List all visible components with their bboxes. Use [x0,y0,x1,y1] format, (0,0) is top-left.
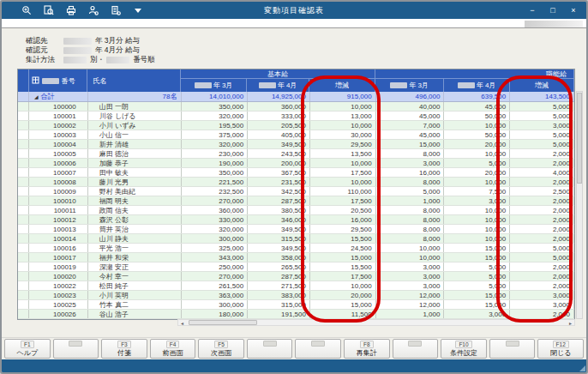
cell-value: 17,500 [310,272,376,280]
cell-value: 315,000 [248,300,310,309]
table-row[interactable]: 100011政岡 信夫360,000380,50020,5008,00010,0… [18,206,574,215]
cell-value: 200,000 [248,159,310,167]
function-key-label: ヘルプ [17,348,39,358]
cell-value: 13,000 [310,112,376,120]
row-selector-cell [18,244,29,252]
cell-value: 29,500 [310,225,376,233]
cell-value: 7,000 [376,121,445,130]
cell-employee-name: 小川 英明 [88,291,183,299]
function-key-f1-button[interactable]: F1ヘルプ [4,339,51,359]
table-row[interactable]: 100006加藤 恭子190,000200,00010,0003,0005,00… [18,159,574,168]
resize-grip[interactable] [579,365,585,371]
cell-value: 40,000 [376,102,445,111]
function-key-f8-button[interactable]: F8再集計 [344,339,390,359]
table-row[interactable]: 100013筒井 英治320,000349,50029,5008,00010,0… [18,225,574,234]
function-key-blank [489,339,536,359]
table-row[interactable]: 100022松田 純子261,500271,50010,0003,0005,00… [18,281,574,291]
cell-value: 3,000 [510,121,574,130]
table-row[interactable]: 100007田中 敏夫350,000367,50017,50016,00020,… [18,168,574,178]
total-row[interactable]: ◢合計78名14,010,00014,925,000915,000496,000… [18,92,574,102]
function-key-f12-button[interactable]: F12閉じる [537,339,584,359]
window-controls: − □ × [523,2,583,19]
table-row[interactable]: 100005麻田 徳治230,000243,50013,5008,00010,0… [18,149,574,159]
function-key-f10-button[interactable]: F10条件設定 [441,339,487,359]
vertical-scrollbar[interactable] [576,91,583,319]
scroll-right-arrow-icon[interactable]: ▸ [567,319,574,326]
group-header-basic-pay: 基本給 [181,69,375,78]
function-key-label: 条件設定 [450,348,477,358]
redacted-value [63,47,92,54]
cell-value: 20,000 [444,140,510,148]
function-key-chip: F1 [21,341,34,348]
form-label: 集計方法 [26,55,63,65]
cell-value: 110,000 [310,187,376,196]
table-row[interactable]: 100008藤川 光男221,500231,50010,0008,00010,0… [18,178,574,187]
horizontal-scrollbar[interactable]: ◂ ▸ [177,319,575,326]
table-row[interactable]: 100000山田 一朗350,000360,00010,00040,00045,… [18,102,574,112]
minimize-button[interactable]: − [523,4,542,17]
table-row[interactable]: 100016平光 浩一325,000349,50024,50010,00015,… [18,244,574,253]
table-row[interactable]: 100020今村 幸一270,000287,50017,5003,0005,00… [18,272,574,281]
close-button[interactable]: × [564,4,583,17]
column-header: 年 3月 [375,79,444,92]
cell-employee-name: 深瀬 安正 [88,262,183,271]
vertical-scrollbar-thumb[interactable] [577,93,582,184]
table-row[interactable]: 100001川谷 しげる320,000333,00013,00045,00050… [18,112,574,121]
table-row[interactable]: 100004新井 清雄320,000349,50029,50015,00020,… [18,140,574,149]
table-row[interactable]: 100003小山 信一375,000405,00030,00045,00050,… [18,130,574,140]
scroll-left-arrow-icon[interactable]: ◂ [178,319,186,326]
cell-employee-number: 100011 [29,206,88,214]
function-key-blank [295,339,341,359]
function-key-f4-button[interactable]: F4前画面 [150,339,196,359]
cell-employee-name: 今村 幸一 [88,272,183,280]
table-row[interactable]: 100010福岡 明夫270,000287,50017,5001,0003,00… [18,196,574,206]
number-column-header: 番号 [29,69,87,92]
function-key-label: 付箋 [117,348,131,358]
cell-value: 250,000 [182,262,248,271]
table-row[interactable]: 100017福井 和栄343,000358,00015,00010,00015,… [18,253,574,262]
function-key-f3-button[interactable]: F3付箋 [101,339,147,359]
cell-employee-number: 100007 [29,168,88,177]
function-key-chip: F5 [214,341,228,348]
cell-employee-name: 新井 清雄 [88,140,183,148]
total-value-cell: 14,925,000 [248,92,310,101]
total-label-cell: ◢合計 [29,92,88,101]
cell-value: 45,000 [376,130,445,139]
cell-value: 3,000 [376,272,445,280]
table-row[interactable]: 100019深瀬 安正250,000265,50015,5003,0005,00… [18,262,574,272]
cell-value: 10,000 [444,215,510,224]
cell-value: 7,500 [444,187,510,196]
cell-employee-number: 100009 [29,187,88,196]
table-row[interactable]: 100002小川 いずみ195,500205,50010,0007,00010,… [18,121,574,130]
table-row[interactable]: 100023小川 英明363,000383,00020,00012,00015,… [18,291,574,300]
form-value: 別・ [90,55,105,65]
cell-value: 1,000 [376,310,445,318]
cell-value: 13,500 [310,149,376,158]
cell-value: 17,500 [310,196,376,205]
table-row[interactable]: 100009野村 美由紀232,500342,500110,0005,0007,… [18,187,574,196]
cell-value: 5,000 [444,159,510,167]
table-row[interactable]: 100026谷山 浩子180,000191,50011,5001,0003,00… [18,310,574,319]
cell-employee-number: 100023 [29,291,88,299]
cell-value: 3,000 [376,159,445,167]
cell-value: 333,000 [248,112,310,120]
cell-value: 325,000 [182,244,248,252]
table-row[interactable]: 100025竹本 真二300,000315,00015,00012,00015,… [18,300,574,310]
cell-value: 5,000 [444,281,510,290]
cell-value: 15,500 [310,262,376,271]
cell-value: 358,000 [248,253,310,262]
redacted-value [106,57,129,63]
maximize-button[interactable]: □ [543,4,562,17]
collapse-marker-icon[interactable]: ◢ [34,94,39,100]
redacted-company-name [525,21,583,27]
grid-header: 番号 氏名 基本給 職能給 年 3月年 4月増減年 3月年 4月増減 [18,69,574,92]
horizontal-scrollbar-thumb[interactable] [189,320,257,325]
cell-employee-number: 100006 [29,159,88,167]
cell-value: 15,000 [310,300,376,309]
function-key-f5-button[interactable]: F5次画面 [198,339,244,359]
cell-value: 20,000 [444,168,510,177]
cell-value: 2,000 [510,215,574,224]
table-row[interactable]: 100014山川 静夫300,000315,50015,5008,00010,0… [18,234,574,244]
cell-value: 346,000 [248,215,310,224]
table-row[interactable]: 100012森沢 公彰330,000346,00016,0008,00010,0… [18,215,574,225]
